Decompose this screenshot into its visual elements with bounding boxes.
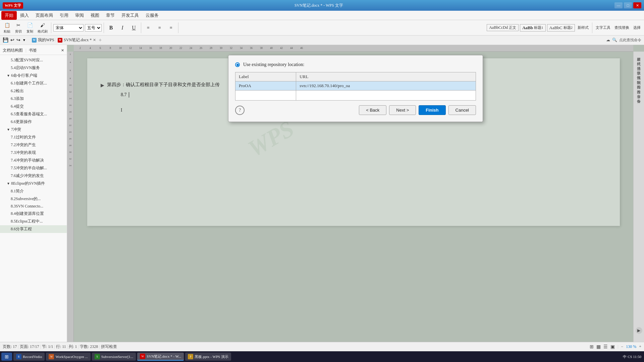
search-icon[interactable]: 🔍 [612,38,617,43]
back-button[interactable]: < Back [359,105,386,115]
view-mode-1[interactable]: ⊞ [590,344,594,350]
window-controls: — □ ✕ [614,2,641,8]
style-h1-btn[interactable]: AaBb 标题1 [520,24,545,32]
click-search-label[interactable]: 点此查找命令 [619,38,641,43]
zoom-in-btn[interactable]: + [639,344,641,349]
underline-button[interactable]: U [129,23,139,32]
start-button[interactable]: ⊞ [1,353,12,361]
taskbar-recordvedio[interactable]: R RecordVedio [13,353,45,361]
zoom-slider[interactable]: 130 % [626,344,636,349]
table-row-prooa[interactable]: ProOA svn://192.168.70.140/pro_oa [235,81,476,90]
sidebar-item-6-2[interactable]: 6.2检出 [0,87,67,95]
label-column-header: Label [235,72,296,81]
doc-tab-label[interactable]: SVN笔记.docx * [64,37,92,43]
paste-button[interactable]: 📋 粘贴 [2,21,12,35]
sidebar-item-6-3[interactable]: 6.3添加 [0,95,67,103]
format-button[interactable]: 🖌 格式刷 [36,21,49,35]
menu-insert[interactable]: 插入 [17,11,32,20]
sidebar-tab-bookmark[interactable]: 书签 [29,48,37,53]
find-replace-btn[interactable]: 查找替换 [613,24,631,31]
sidebar-item-6-6[interactable]: 6.6更新操作 [0,118,67,126]
dropdown-arrow[interactable]: ▼ [22,38,26,42]
content-area: 2 4 6 8 10 12 14 16 18 20 22 24 26 28 30… [67,45,644,342]
sidebar-item-7-6[interactable]: 7.6减少冲突的发生 [0,172,67,180]
align-right-button[interactable]: ≡ [166,23,176,32]
sidebar-item-8-3[interactable]: 8.3SVN Connecto... [0,203,67,210]
view-mode-4[interactable]: ▣ [610,344,615,350]
menu-bar: 开始 插入 页面布局 引用 审阅 视图 章节 开发工具 云服务 [0,11,644,20]
status-right: ⊞ ▦ ☰ ▣ | − 130 % + [590,344,641,350]
sidebar-item-8-1[interactable]: 8.1简介 [0,187,67,195]
toolbar: 📋 粘贴 ✂ 剪切 📄 复制 🖌 格式刷 宋体 五号 B I U ≡ ≡ ≡ A… [0,20,644,36]
menu-chapter[interactable]: 章节 [103,11,118,20]
sidebar-item-7-1[interactable]: 7.1过时的文件 [0,133,67,141]
help-button[interactable]: ? [235,106,245,115]
svnserver-icon: S [95,354,100,359]
style-h2-btn[interactable]: AaBbC 标题2 [547,24,575,32]
select-btn[interactable]: 选择 [632,24,642,31]
menu-start[interactable]: 开始 [1,11,17,20]
copy-button[interactable]: 📄 复制 [25,21,35,35]
sidebar-item-8[interactable]: ▼8Eclipse的SVN插件 [0,180,67,187]
undo-icon[interactable]: ↩ [10,37,14,43]
sidebar-item-6-1[interactable]: 6.1创建两个工作区... [0,79,67,87]
cut-icon: ✂ [15,22,22,29]
sidebar-item-6-5[interactable]: 6.5查看服务器端文... [0,110,67,118]
taskbar-pptx[interactable]: P 黑板.pptx - WPS 演示 [185,353,231,361]
sidebar-item-8-5[interactable]: 8.5Eclipse工程中... [0,218,67,225]
zoom-out-btn[interactable]: − [621,344,623,349]
sidebar-item-6-4[interactable]: 6.4提交 [0,103,67,110]
menu-view[interactable]: 视图 [87,11,103,20]
menu-reference[interactable]: 引用 [56,11,72,20]
taskbar-svnserver[interactable]: S SubversionServer[1... [92,353,136,361]
sidebar-item-8-2[interactable]: 8.2Subversive的... [0,195,67,203]
align-center-button[interactable]: ≡ [155,23,165,32]
use-existing-radio[interactable] [235,62,240,67]
view-mode-3[interactable]: ☰ [603,344,608,350]
cloud-icon[interactable]: ☁ [606,38,610,43]
close-button[interactable]: ✕ [633,2,641,8]
menu-cloud[interactable]: 云服务 [142,11,162,20]
redo-icon[interactable]: ↪ [16,37,20,43]
view-mode-2[interactable]: ▦ [596,344,601,350]
font-name-select[interactable]: 宋体 [53,24,84,32]
menu-review[interactable]: 审阅 [72,11,87,20]
align-left-button[interactable]: ≡ [143,23,153,32]
next-button[interactable]: Next > [389,105,416,115]
finish-button[interactable]: Finish [419,105,445,115]
new-style-btn[interactable]: 新样式 [576,24,590,31]
taskbar-workspace[interactable]: W WorkSpaceOxygen ... [46,353,90,361]
sidebar-item-5-4[interactable]: 5.4启动SVN服务 [0,64,67,72]
minimize-button[interactable]: — [614,2,623,8]
my-wps-label[interactable]: 我的WPS [38,37,54,43]
sidebar-item-7-2[interactable]: 7.2冲突的产生 [0,141,67,149]
doc-tab-close[interactable]: ✕ [93,38,96,42]
text-tool-btn[interactable]: 文字工具 [594,24,612,31]
sidebar-item-6[interactable]: ▼6命令行客户端 [0,72,67,79]
menu-dev[interactable]: 开发工具 [118,11,142,20]
sidebar-item-7-4[interactable]: 7.4冲突的手动解决 [0,157,67,164]
italic-button[interactable]: I [117,23,127,32]
sidebar-item-7-5[interactable]: 7.5冲突的半自动解... [0,164,67,172]
sidebar-item-7-3[interactable]: 7.3冲突的表现 [0,149,67,157]
menu-layout[interactable]: 页面布局 [32,11,56,20]
cut-button[interactable]: ✂ 剪切 [13,21,23,35]
cancel-button[interactable]: Cancel [448,105,476,115]
sidebar-tab-structure[interactable]: 文档结构图 [3,48,23,53]
taskbar-svnnotes[interactable]: W SVN笔记.docx * - W... [137,353,184,361]
font-size-select[interactable]: 五号 [85,24,102,32]
style-normal-btn[interactable]: AaBbCcDd 正文 [487,24,519,31]
bold-button[interactable]: B [106,23,116,32]
sidebar-item-8-6[interactable]: 8.6分享工程 [0,225,67,233]
sidebar-item-5-3[interactable]: 5.3配置SVN对应... [0,56,67,64]
save-icon[interactable]: 💾 [3,37,8,43]
sidebar-item-8-4[interactable]: 8.4创建资源库位置 [0,210,67,218]
new-tab-button[interactable]: + [99,37,102,43]
maximize-button[interactable]: □ [624,2,632,8]
sidebar-item-7[interactable]: ▼7冲突 [0,126,67,133]
table-row-empty[interactable] [235,90,476,101]
sidebar-close-icon[interactable]: ✕ [61,48,64,53]
window-title: SVN笔记.docx * - WPS 文字 [26,3,612,8]
sep4 [178,22,178,33]
recordvedio-icon: R [16,354,21,359]
